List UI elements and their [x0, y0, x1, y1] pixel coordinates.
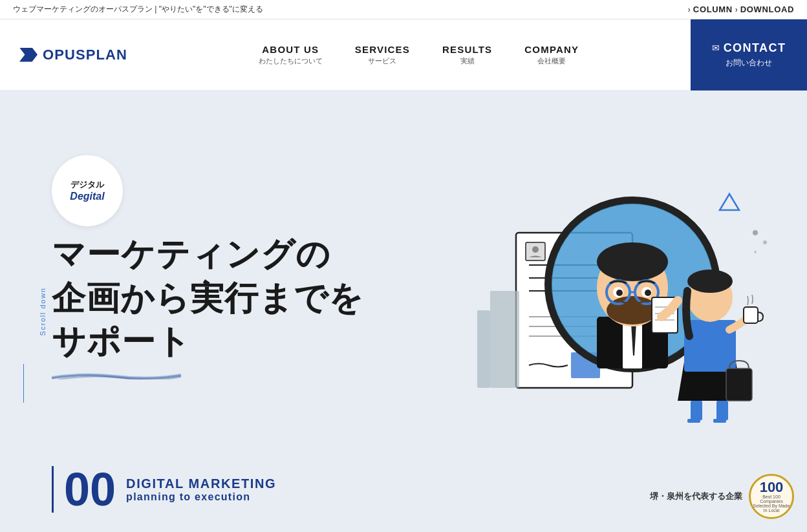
- contact-top-row: ✉ CONTACT: [712, 41, 786, 55]
- mail-icon: ✉: [712, 43, 720, 53]
- svg-point-18: [607, 296, 658, 325]
- svg-point-42: [753, 230, 758, 235]
- svg-rect-46: [477, 310, 490, 388]
- award-badge: 堺・泉州を代表する企業 100 Best 100 Companies Selec…: [650, 474, 794, 519]
- svg-point-43: [763, 240, 767, 244]
- logo[interactable]: OPUSPLAN: [0, 47, 147, 63]
- contact-en-label: CONTACT: [724, 41, 786, 55]
- award-title-text: 堺・泉州を代表する企業: [650, 491, 742, 501]
- hero-illustration: [432, 116, 768, 427]
- nav-company[interactable]: COMPANY 会社概要: [524, 44, 579, 66]
- illustration-svg: [432, 116, 768, 427]
- top-nav-column[interactable]: COLUMN: [693, 5, 733, 14]
- hero-content: デジタル Degital マーケティングの 企画から実行までを サポート: [0, 90, 807, 453]
- chevron-icon-2: ›: [735, 5, 738, 14]
- svg-point-44: [754, 251, 757, 253]
- scroll-down-line: [23, 364, 24, 403]
- badge-katakana: デジタル: [70, 179, 104, 191]
- counter-bottom-text: planning to execution: [126, 491, 276, 503]
- nav-results-ja: 実績: [442, 56, 492, 66]
- counter-text: DIGITAL MARKETING planning to execution: [126, 476, 276, 503]
- nav-about[interactable]: ABOUT US わたしたちについて: [259, 44, 323, 66]
- nav-results-en: RESULTS: [442, 44, 492, 55]
- nav-about-ja: わたしたちについて: [259, 56, 323, 66]
- svg-point-8: [532, 246, 539, 253]
- svg-rect-38: [716, 401, 728, 420]
- contact-button[interactable]: ✉ CONTACT お問い合わせ: [691, 19, 807, 90]
- svg-marker-41: [720, 194, 739, 210]
- header: OPUSPLAN ABOUT US わたしたちについて SERVICES サービ…: [0, 19, 807, 90]
- nav-services-en: SERVICES: [355, 44, 410, 55]
- svg-rect-35: [744, 307, 758, 323]
- hero-headline: マーケティングの 企画から実行までを サポート: [52, 233, 432, 364]
- award-number: 100: [760, 480, 784, 495]
- svg-point-17: [597, 242, 668, 281]
- badge-script: Degital: [70, 191, 104, 202]
- nav-company-ja: 会社概要: [524, 56, 579, 66]
- svg-point-34: [687, 270, 733, 293]
- top-bar: ウェブマーケティングのオーパスプラン | "やりたい"を"できる"に変える › …: [0, 0, 807, 19]
- award-text: 堺・泉州を代表する企業: [650, 491, 742, 502]
- nav-services-ja: サービス: [355, 56, 410, 66]
- logo-text: OPUSPLAN: [43, 47, 127, 63]
- scroll-down-label: Scroll down: [39, 287, 47, 335]
- main-nav: ABOUT US わたしたちについて SERVICES サービス RESULTS…: [147, 44, 691, 66]
- counter-block: 00 DIGITAL MARKETING planning to executi…: [52, 466, 276, 513]
- logo-icon: [19, 48, 38, 62]
- top-bar-nav: › COLUMN › DOWNLOAD: [685, 5, 794, 14]
- nav-about-en: ABOUT US: [259, 44, 323, 55]
- underline-svg: [52, 372, 181, 379]
- award-subtitle: Best 100 Companies Selected By Made In L…: [751, 495, 792, 513]
- top-bar-tagline: ウェブマーケティングのオーパスプラン | "やりたい"を"できる"に変える: [13, 4, 263, 15]
- digital-badge: デジタル Degital: [52, 155, 123, 226]
- svg-rect-37: [691, 401, 702, 420]
- headline-line1: マーケティングの: [52, 235, 330, 273]
- svg-point-24: [616, 290, 623, 296]
- award-circle: 100 Best 100 Companies Selected By Made …: [749, 474, 794, 519]
- hero-text-block: デジタル Degital マーケティングの 企画から実行までを サポート: [52, 129, 432, 382]
- nav-services[interactable]: SERVICES サービス: [355, 44, 410, 66]
- award-title: 堺・泉州を代表する企業: [650, 491, 742, 502]
- hero-section: Scroll down デジタル Degital マーケティングの 企画から実行…: [0, 90, 807, 532]
- counter-number: 00: [64, 466, 116, 513]
- counter-top-text: DIGITAL MARKETING: [126, 476, 276, 491]
- contact-ja-label: お問い合わせ: [726, 58, 772, 69]
- top-nav-download[interactable]: DOWNLOAD: [740, 5, 794, 14]
- svg-rect-40: [713, 419, 726, 423]
- svg-rect-45: [490, 291, 519, 388]
- chevron-icon-1: ›: [688, 5, 691, 14]
- svg-rect-36: [726, 368, 752, 401]
- headline-line2: 企画から実行までを: [52, 279, 363, 317]
- svg-point-25: [645, 290, 651, 296]
- nav-results[interactable]: RESULTS 実績: [442, 44, 492, 66]
- svg-rect-39: [687, 419, 700, 423]
- nav-company-en: COMPANY: [524, 44, 579, 55]
- headline-line3: サポート: [52, 323, 191, 360]
- hero-underline: [52, 370, 432, 382]
